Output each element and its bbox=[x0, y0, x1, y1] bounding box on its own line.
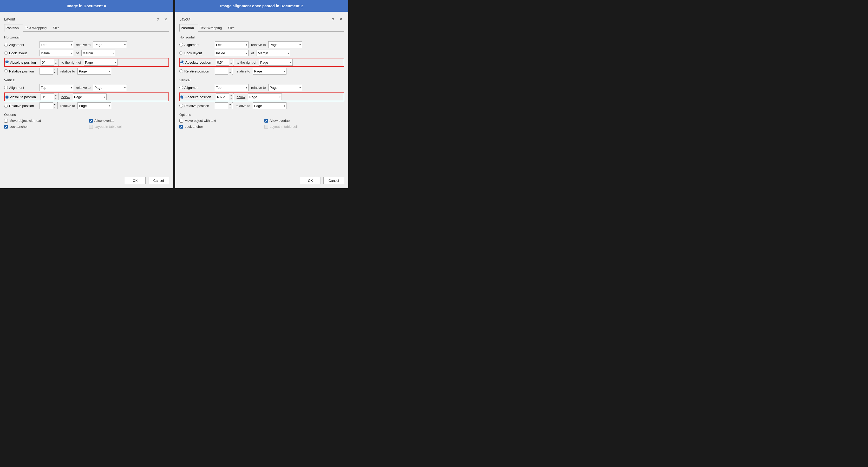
lock-anchor-check-a[interactable] bbox=[4, 125, 8, 129]
rel-pos-up-h-a[interactable]: ▲ bbox=[53, 68, 57, 71]
cancel-button-b[interactable]: Cancel bbox=[323, 177, 344, 184]
rel-pos-down-v-a[interactable]: ▼ bbox=[53, 106, 57, 109]
abs-pos-radio-input-h-b[interactable] bbox=[180, 61, 184, 64]
tab-position-b[interactable]: Position bbox=[179, 24, 198, 32]
cancel-button-a[interactable]: Cancel bbox=[148, 177, 169, 184]
abs-pos-up-v-b[interactable]: ▲ bbox=[229, 94, 233, 97]
book-layout-radio-b[interactable]: Book layout bbox=[179, 51, 213, 55]
v-alignment-relative-b[interactable]: Page ▾ bbox=[268, 84, 302, 91]
rel-pos-relative-v-a[interactable]: Page ▾ bbox=[78, 102, 111, 109]
allow-overlap-row-a[interactable]: Allow overlap bbox=[89, 119, 169, 123]
lock-anchor-check-b[interactable] bbox=[179, 125, 183, 129]
v-alignment-relative-a[interactable]: Page ▾ bbox=[93, 84, 127, 91]
alignment-relative-value-a[interactable]: Page ▾ bbox=[93, 41, 127, 48]
book-layout-value-b[interactable]: Inside ▾ bbox=[215, 49, 249, 56]
abs-pos-radio-v-a[interactable]: Absolute position bbox=[5, 95, 39, 99]
help-button-a[interactable]: ? bbox=[155, 16, 160, 22]
abs-pos-spin-h-a[interactable]: ▲ ▼ bbox=[40, 59, 59, 66]
alignment-radio-a[interactable]: Alignment bbox=[4, 43, 38, 47]
abs-pos-input-v-b[interactable] bbox=[216, 95, 229, 99]
tab-text-wrapping-a[interactable]: Text Wrapping bbox=[24, 24, 51, 31]
tab-position-a[interactable]: Position bbox=[4, 24, 23, 32]
v-alignment-radio-a[interactable]: Alignment bbox=[4, 86, 38, 90]
abs-pos-spin-h-b[interactable]: ▲ ▼ bbox=[216, 59, 234, 66]
tab-size-b[interactable]: Size bbox=[227, 24, 239, 31]
rel-pos-radio-input-v-b[interactable] bbox=[179, 104, 183, 107]
abs-pos-relative-h-a[interactable]: Page ▾ bbox=[84, 59, 118, 66]
book-layout-radio-input-a[interactable] bbox=[4, 51, 8, 55]
abs-pos-input-h-a[interactable] bbox=[41, 61, 54, 64]
rel-pos-radio-v-b[interactable]: Relative position bbox=[179, 104, 213, 108]
allow-overlap-check-a[interactable] bbox=[89, 119, 93, 123]
abs-pos-up-v-a[interactable]: ▲ bbox=[54, 94, 58, 97]
abs-pos-radio-input-v-a[interactable] bbox=[5, 95, 9, 99]
abs-pos-radio-input-h-a[interactable] bbox=[5, 61, 9, 64]
move-object-row-a[interactable]: Move object with text bbox=[4, 119, 84, 123]
tab-size-a[interactable]: Size bbox=[52, 24, 64, 31]
rel-pos-spin-h-b[interactable]: ▲ ▼ bbox=[215, 68, 233, 74]
abs-pos-up-h-a[interactable]: ▲ bbox=[54, 59, 58, 62]
rel-pos-down-h-a[interactable]: ▼ bbox=[53, 71, 57, 74]
rel-pos-up-v-a[interactable]: ▲ bbox=[53, 102, 57, 106]
rel-pos-radio-h-a[interactable]: Relative position bbox=[4, 69, 38, 73]
move-object-check-a[interactable] bbox=[4, 119, 8, 123]
rel-pos-spin-v-b[interactable]: ▲ ▼ bbox=[215, 102, 233, 109]
alignment-radio-b[interactable]: Alignment bbox=[179, 43, 213, 47]
alignment-relative-value-b[interactable]: Page ▾ bbox=[268, 41, 302, 48]
lock-anchor-row-b[interactable]: Lock anchor bbox=[179, 125, 259, 129]
v-alignment-value-b[interactable]: Top ▾ bbox=[215, 84, 249, 91]
rel-pos-radio-input-h-b[interactable] bbox=[179, 69, 183, 73]
rel-pos-relative-v-b[interactable]: Page ▾ bbox=[253, 102, 286, 109]
tab-text-wrapping-b[interactable]: Text Wrapping bbox=[199, 24, 226, 31]
rel-pos-spin-h-a[interactable]: ▲ ▼ bbox=[39, 68, 58, 74]
rel-pos-relative-h-b[interactable]: Page ▾ bbox=[253, 68, 286, 74]
ok-button-b[interactable]: OK bbox=[300, 177, 321, 184]
rel-pos-radio-h-b[interactable]: Relative position bbox=[179, 69, 213, 73]
move-object-check-b[interactable] bbox=[179, 119, 183, 123]
ok-button-a[interactable]: OK bbox=[125, 177, 146, 184]
book-layout-relative-b[interactable]: Margin ▾ bbox=[256, 49, 290, 56]
rel-pos-radio-input-h-a[interactable] bbox=[4, 69, 8, 73]
abs-pos-relative-v-b[interactable]: Page ▾ bbox=[248, 94, 282, 100]
abs-pos-input-v-a[interactable] bbox=[41, 95, 54, 99]
alignment-radio-input-a[interactable] bbox=[4, 43, 8, 46]
alignment-radio-input-b[interactable] bbox=[179, 43, 183, 46]
abs-pos-spin-v-b[interactable]: ▲ ▼ bbox=[216, 94, 234, 100]
lock-anchor-row-a[interactable]: Lock anchor bbox=[4, 125, 84, 129]
v-alignment-radio-input-a[interactable] bbox=[4, 86, 8, 89]
rel-pos-input-v-a[interactable] bbox=[40, 104, 53, 108]
v-alignment-radio-input-b[interactable] bbox=[179, 86, 183, 89]
rel-pos-spin-v-a[interactable]: ▲ ▼ bbox=[39, 102, 58, 109]
book-layout-relative-a[interactable]: Margin ▾ bbox=[81, 49, 115, 56]
rel-pos-down-h-b[interactable]: ▼ bbox=[228, 71, 232, 74]
rel-pos-relative-h-a[interactable]: Page ▾ bbox=[78, 68, 111, 74]
abs-pos-relative-v-a[interactable]: Page ▾ bbox=[73, 94, 106, 100]
rel-pos-input-v-b[interactable] bbox=[215, 104, 228, 108]
close-button-a[interactable]: ✕ bbox=[162, 16, 169, 22]
rel-pos-radio-v-a[interactable]: Relative position bbox=[4, 104, 38, 108]
alignment-value-b[interactable]: Left ▾ bbox=[215, 41, 249, 48]
close-button-b[interactable]: ✕ bbox=[338, 16, 344, 22]
allow-overlap-row-b[interactable]: Allow overlap bbox=[265, 119, 344, 123]
abs-pos-radio-h-a[interactable]: Absolute position bbox=[5, 61, 39, 64]
rel-pos-input-h-b[interactable] bbox=[215, 69, 228, 73]
abs-pos-down-v-a[interactable]: ▼ bbox=[54, 97, 58, 100]
abs-pos-up-h-b[interactable]: ▲ bbox=[229, 59, 233, 62]
abs-pos-relative-h-b[interactable]: Page ▾ bbox=[259, 59, 293, 66]
abs-pos-down-h-b[interactable]: ▼ bbox=[229, 62, 233, 66]
book-layout-value-a[interactable]: Inside ▾ bbox=[39, 49, 73, 56]
book-layout-radio-input-b[interactable] bbox=[179, 51, 183, 55]
abs-pos-down-v-b[interactable]: ▼ bbox=[229, 97, 233, 100]
rel-pos-radio-input-v-a[interactable] bbox=[4, 104, 8, 107]
abs-pos-radio-v-b[interactable]: Absolute position bbox=[180, 95, 214, 99]
help-button-b[interactable]: ? bbox=[331, 16, 336, 22]
allow-overlap-check-b[interactable] bbox=[265, 119, 268, 123]
v-alignment-radio-b[interactable]: Alignment bbox=[179, 86, 213, 90]
abs-pos-radio-h-b[interactable]: Absolute position bbox=[180, 61, 214, 64]
rel-pos-down-v-b[interactable]: ▼ bbox=[228, 106, 232, 109]
alignment-value-a[interactable]: Left ▾ bbox=[39, 41, 73, 48]
abs-pos-spin-v-a[interactable]: ▲ ▼ bbox=[40, 94, 59, 100]
rel-pos-up-h-b[interactable]: ▲ bbox=[228, 68, 232, 71]
abs-pos-radio-input-v-b[interactable] bbox=[180, 95, 184, 99]
rel-pos-input-h-a[interactable] bbox=[40, 69, 53, 73]
